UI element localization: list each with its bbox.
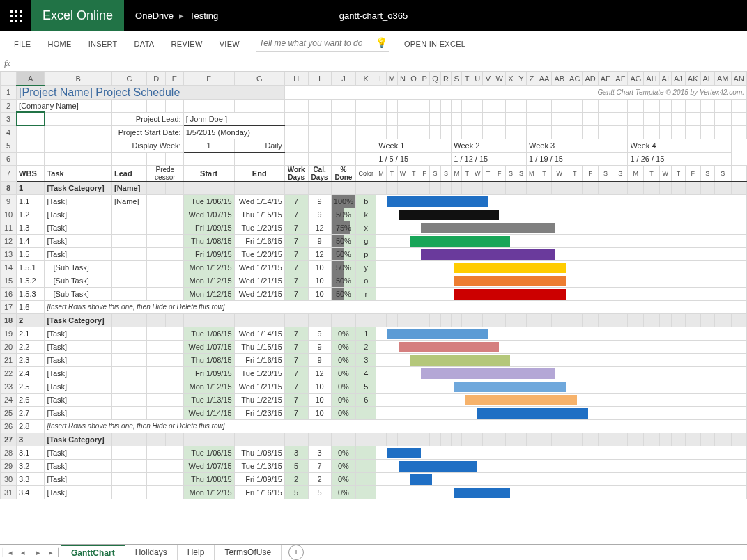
cell[interactable] — [505, 99, 516, 112]
workdays-cell[interactable]: 3 — [284, 446, 308, 459]
workdays-cell[interactable]: 7 — [284, 194, 308, 208]
col-header-AB[interactable]: AB — [552, 72, 567, 86]
cell[interactable] — [537, 99, 552, 112]
day-letter[interactable]: T — [537, 165, 552, 181]
workdays-cell[interactable]: 7 — [284, 353, 308, 366]
start-cell[interactable]: Thu 1/08/15 — [183, 353, 234, 366]
cell[interactable] — [17, 139, 45, 152]
cell[interactable] — [308, 112, 331, 125]
note-row[interactable]: [Insert Rows above this one, then Hide o… — [45, 300, 747, 313]
row-header-17[interactable]: 17 — [1, 300, 17, 313]
lead-cell[interactable] — [112, 221, 147, 234]
col-header-Y[interactable]: Y — [516, 72, 526, 86]
end-cell[interactable]: Tue 1/20/15 — [234, 221, 284, 234]
wbs-cell[interactable]: 1.2 — [17, 208, 45, 221]
task-cell[interactable]: [Task] — [45, 393, 112, 406]
pred-cell[interactable] — [147, 353, 184, 366]
tell-me-search[interactable]: 💡 — [256, 36, 389, 52]
cell[interactable] — [598, 99, 613, 112]
pct-cell[interactable]: 0% — [331, 485, 356, 499]
wbs-cell[interactable]: 1.6 — [17, 300, 45, 313]
task-cell[interactable]: [Task] — [45, 208, 112, 221]
cell[interactable] — [440, 99, 451, 112]
workdays-cell[interactable]: 2 — [284, 472, 308, 485]
task-cell[interactable]: [Task] — [45, 380, 112, 393]
cell[interactable] — [234, 99, 284, 112]
day-letter[interactable]: T — [386, 165, 397, 181]
day-letter[interactable]: S — [613, 165, 628, 181]
day-letter[interactable]: T — [567, 165, 583, 181]
wbs-cell[interactable]: 2.3 — [17, 353, 45, 366]
wbs-cell[interactable]: 1.5.3 — [17, 287, 45, 300]
cell[interactable] — [613, 112, 628, 125]
color-cell[interactable]: y — [356, 260, 376, 274]
display-week-value[interactable]: 1 — [183, 139, 234, 152]
cell[interactable] — [715, 99, 732, 112]
gantt-cell[interactable] — [376, 247, 747, 260]
pred-cell[interactable] — [147, 393, 184, 406]
workdays-cell[interactable]: 5 — [284, 485, 308, 499]
cell[interactable] — [452, 112, 462, 125]
cell[interactable] — [419, 433, 430, 446]
row-header-27[interactable]: 27 — [1, 433, 17, 446]
cell[interactable] — [483, 313, 493, 327]
cell[interactable] — [527, 433, 537, 446]
cell[interactable] — [462, 99, 472, 112]
row-header-10[interactable]: 10 — [1, 208, 17, 221]
project-lead-value[interactable]: [ John Doe ] — [183, 112, 284, 125]
day-letter[interactable]: W — [659, 165, 671, 181]
row-header-5[interactable]: 5 — [1, 139, 17, 152]
gantt-cell[interactable] — [376, 472, 747, 485]
lead-cell[interactable] — [112, 274, 147, 287]
cell[interactable] — [583, 125, 598, 139]
col-header-AK[interactable]: AK — [685, 72, 700, 86]
row-header-20[interactable]: 20 — [1, 340, 17, 353]
caldays-cell[interactable]: 10 — [308, 393, 331, 406]
caldays-cell[interactable]: 7 — [308, 459, 331, 472]
pct-cell[interactable]: 50% — [331, 208, 356, 221]
cell[interactable] — [583, 99, 598, 112]
spreadsheet-grid[interactable]: ABCDEFGHIJKLMNOPQRSTUVWXYZAAABACADAEAFAG… — [0, 72, 747, 544]
day-letter[interactable]: S — [598, 165, 613, 181]
week-header-3[interactable]: Week 3 — [527, 139, 628, 152]
cell[interactable] — [45, 125, 112, 139]
cell[interactable] — [408, 313, 419, 327]
start-date-value[interactable]: 1/5/2015 (Monday) — [183, 125, 284, 139]
wbs-cell[interactable]: 3.2 — [17, 459, 45, 472]
cell[interactable] — [430, 313, 441, 327]
day-letter[interactable]: W — [552, 165, 567, 181]
lead-cell[interactable] — [112, 340, 147, 353]
cell[interactable] — [408, 125, 419, 139]
cell[interactable] — [419, 181, 430, 194]
wbs-cell[interactable]: 3 — [17, 433, 45, 446]
cell[interactable] — [386, 99, 397, 112]
cell[interactable] — [659, 99, 671, 112]
day-letter[interactable]: M — [628, 165, 644, 181]
task-cell[interactable]: [Sub Task] — [45, 274, 112, 287]
cell[interactable] — [644, 433, 659, 446]
cell[interactable] — [462, 313, 472, 327]
cell[interactable] — [537, 181, 552, 194]
color-cell[interactable]: r — [356, 287, 376, 300]
cell[interactable] — [284, 152, 308, 165]
cell[interactable] — [284, 139, 308, 152]
document-title[interactable]: gantt-chart_o365 — [339, 0, 408, 31]
col-header-C[interactable]: C — [112, 72, 147, 86]
cell[interactable] — [440, 125, 451, 139]
cell[interactable] — [408, 112, 419, 125]
cell[interactable] — [583, 112, 598, 125]
cell[interactable] — [45, 152, 112, 165]
lead-cell[interactable] — [112, 208, 147, 221]
wbs-cell[interactable]: 1.3 — [17, 221, 45, 234]
task-cell[interactable]: [Sub Task] — [45, 287, 112, 300]
cell[interactable] — [659, 181, 671, 194]
gantt-cell[interactable] — [376, 459, 747, 472]
cell[interactable] — [356, 112, 376, 125]
row-header-7[interactable]: 7 — [1, 165, 17, 181]
cell[interactable] — [672, 181, 686, 194]
cell[interactable] — [527, 112, 537, 125]
cell[interactable] — [715, 112, 732, 125]
day-letter[interactable]: T — [483, 165, 493, 181]
cell[interactable] — [731, 181, 747, 194]
day-letter[interactable]: M — [527, 165, 537, 181]
